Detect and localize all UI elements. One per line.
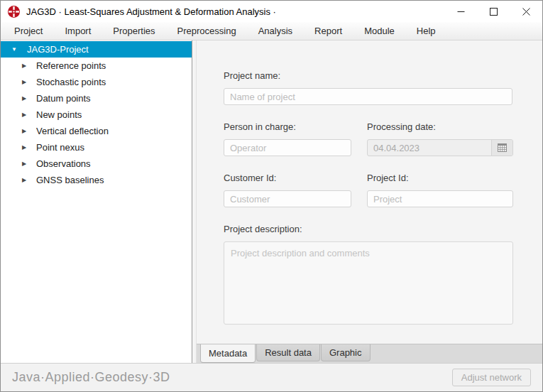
tab-result-data[interactable]: Result data — [256, 344, 320, 361]
person-in-charge-label: Person in charge: — [224, 121, 351, 132]
menu-properties[interactable]: Properties — [105, 22, 163, 40]
menu-report[interactable]: Report — [307, 22, 350, 40]
tree-item-vertical-deflection[interactable]: ▶ Vertical deflection — [1, 123, 192, 139]
project-id-label: Project Id: — [367, 173, 513, 183]
maximize-button[interactable] — [477, 1, 510, 22]
tree-item-datum-points[interactable]: ▶ Datum points — [1, 90, 192, 107]
tab-metadata[interactable]: Metadata — [200, 344, 256, 363]
tree-item-label: GNSS baselines — [36, 175, 104, 185]
tree-item-label: Stochastic points — [36, 77, 106, 87]
chevron-collapsed-icon[interactable]: ▶ — [21, 144, 28, 151]
chevron-collapsed-icon[interactable]: ▶ — [21, 177, 28, 183]
status-bar: Java·Applied·Geodesy·3D Adjust network — [1, 363, 542, 391]
tree-item-observations[interactable]: ▶ Observations — [1, 156, 192, 172]
menu-preprocessing[interactable]: Preprocessing — [170, 22, 244, 40]
customer-id-label: Customer Id: — [224, 173, 351, 183]
project-id-field-group: Project Id: — [367, 173, 513, 207]
customer-id-input[interactable] — [224, 190, 351, 207]
menu-analysis[interactable]: Analysis — [251, 22, 300, 40]
menu-module[interactable]: Module — [356, 22, 402, 40]
calendar-icon — [498, 143, 507, 152]
window-controls — [444, 1, 542, 22]
chevron-expanded-icon[interactable]: ▼ — [11, 46, 18, 53]
tree-item-label: Observations — [36, 158, 91, 169]
menu-help[interactable]: Help — [409, 22, 444, 40]
chevron-collapsed-icon[interactable]: ▶ — [21, 128, 28, 134]
tree-item-label: Point nexus — [36, 142, 84, 153]
project-name-label: Project name: — [224, 70, 512, 81]
detail-panel: Project name: Person in charge: Processi… — [197, 40, 542, 363]
project-name-input[interactable] — [224, 88, 512, 105]
project-id-input[interactable] — [367, 190, 513, 207]
app-logo-icon — [8, 6, 20, 18]
tab-graphic[interactable]: Graphic — [321, 344, 371, 361]
tree-item-label: JAG3D-Project — [27, 44, 89, 55]
tree-item-label: Reference points — [36, 60, 106, 71]
tree-item-label: Vertical deflection — [36, 126, 109, 136]
tree-item-gnss-baselines[interactable]: ▶ GNSS baselines — [1, 172, 192, 188]
chevron-collapsed-icon[interactable]: ▶ — [21, 79, 28, 85]
minimize-button[interactable] — [444, 1, 477, 22]
tree-item-point-nexus[interactable]: ▶ Point nexus — [1, 139, 192, 156]
tree-item-new-points[interactable]: ▶ New points — [1, 107, 192, 123]
app-window: JAG3D · Least-Squares Adjustment & Defor… — [0, 0, 543, 392]
processing-date-field-group: Processing date: — [367, 121, 513, 156]
project-description-field-group: Project description: — [224, 224, 512, 327]
main-area: ▼ JAG3D-Project ▶ Reference points ▶ Sto… — [1, 40, 542, 363]
title-bar: JAG3D · Least-Squares Adjustment & Defor… — [1, 1, 542, 22]
calendar-button[interactable] — [491, 140, 512, 156]
project-description-textarea[interactable] — [224, 241, 513, 325]
adjust-network-button[interactable]: Adjust network — [452, 369, 531, 386]
tree-item-reference-points[interactable]: ▶ Reference points — [1, 58, 192, 74]
menu-import[interactable]: Import — [57, 22, 99, 40]
tab-bar: Metadata Result data Graphic — [197, 344, 542, 363]
chevron-collapsed-icon[interactable]: ▶ — [21, 160, 28, 167]
processing-date-label: Processing date: — [367, 121, 513, 132]
processing-date-picker — [367, 139, 513, 156]
metadata-form: Project name: Person in charge: Processi… — [197, 40, 542, 344]
tree-item-stochastic-points[interactable]: ▶ Stochastic points — [1, 74, 192, 90]
project-description-label: Project description: — [224, 224, 512, 234]
project-tree: ▼ JAG3D-Project ▶ Reference points ▶ Sto… — [1, 40, 192, 363]
chevron-collapsed-icon[interactable]: ▶ — [21, 95, 28, 102]
window-title: JAG3D · Least-Squares Adjustment & Defor… — [26, 6, 276, 17]
person-in-charge-input[interactable] — [224, 139, 351, 156]
tree-item-jag3d-project[interactable]: ▼ JAG3D-Project — [1, 41, 192, 58]
tree-item-label: Datum points — [36, 93, 91, 104]
person-in-charge-field-group: Person in charge: — [224, 121, 351, 156]
close-button[interactable] — [510, 1, 542, 22]
project-name-field-group: Project name: — [224, 70, 512, 105]
chevron-collapsed-icon[interactable]: ▶ — [21, 62, 28, 69]
tree-item-label: New points — [36, 109, 82, 120]
brand-text: Java·Applied·Geodesy·3D — [12, 370, 170, 385]
customer-id-field-group: Customer Id: — [224, 173, 351, 207]
processing-date-input[interactable] — [368, 140, 491, 156]
chevron-collapsed-icon[interactable]: ▶ — [21, 111, 28, 118]
menu-bar: Project Import Properties Preprocessing … — [1, 22, 542, 40]
menu-project[interactable]: Project — [6, 22, 50, 40]
